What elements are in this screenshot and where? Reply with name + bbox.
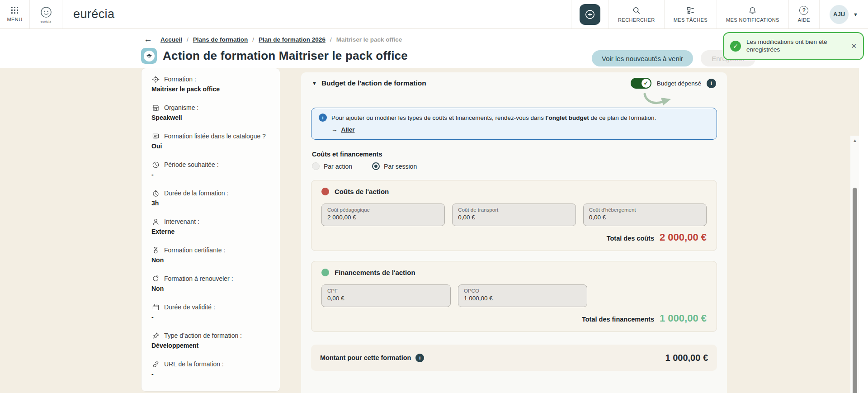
info-icon[interactable]: i xyxy=(415,354,424,362)
summary-label: Formation listée dans le catalogue ? xyxy=(164,133,266,140)
financing-card-title: Financements de l'action xyxy=(335,269,415,276)
budget-info-banner: i Pour ajouter ou modifier les types de … xyxy=(311,108,717,140)
menu-button[interactable]: MENU xyxy=(0,0,30,28)
tasks-label: MES TÂCHES xyxy=(674,17,708,23)
news-button[interactable]: Voir les nouveautés à venir xyxy=(592,50,693,66)
tasks-nav-button[interactable]: MES TÂCHES xyxy=(664,0,717,28)
summary-item-duree: Durée de la formation : 3h xyxy=(151,189,270,207)
summary-value: Non xyxy=(151,256,270,264)
help-question-icon: ? xyxy=(799,6,808,15)
amount-value: 1 000,00 € xyxy=(665,353,708,363)
budget-panel-header: ▼ Budget de l'action de formation ✓ Budg… xyxy=(301,72,727,94)
summary-value: Externe xyxy=(151,228,270,235)
costs-financing-title: Coûts et financements xyxy=(312,151,716,158)
formation-summary-card: Formation : Maitriser le pack office Org… xyxy=(141,68,280,392)
notifications-nav-button[interactable]: MES NOTIFICATIONS xyxy=(717,0,788,28)
quick-add-button[interactable] xyxy=(580,4,600,25)
help-nav-button[interactable]: ? AIDE xyxy=(788,0,819,28)
summary-value: 3h xyxy=(151,199,270,207)
info-filled-icon: i xyxy=(319,114,327,122)
back-arrow-icon[interactable]: ← xyxy=(144,34,152,44)
breadcrumb-plan-2026[interactable]: Plan de formation 2026 xyxy=(259,36,326,43)
curved-annotation-arrow-icon xyxy=(643,93,673,107)
scroll-up-icon[interactable]: ▲ xyxy=(850,138,859,143)
costs-card: Coûts de l'action Coût pédagogique 2 000… xyxy=(311,180,717,251)
scrollbar-thumb[interactable] xyxy=(853,188,857,393)
plus-circle-icon xyxy=(584,9,596,20)
cout-transport-field[interactable]: Coût de transport 0,00 € xyxy=(452,204,576,226)
summary-label: Période souhaitée : xyxy=(164,161,219,168)
aller-link[interactable]: Aller xyxy=(341,126,355,133)
radio-label: Par action xyxy=(324,163,352,170)
user-menu[interactable]: AJU ▼ xyxy=(819,0,868,28)
close-icon[interactable]: ✕ xyxy=(851,42,857,50)
radio-par-action[interactable]: Par action xyxy=(312,162,352,170)
budget-section-title: Budget de l'action de formation xyxy=(321,79,426,87)
cout-hebergement-field[interactable]: Coût d'hébergement 0,00 € xyxy=(583,204,707,226)
help-label: AIDE xyxy=(798,17,810,23)
calendar-icon xyxy=(151,303,160,311)
cout-pedagogique-field[interactable]: Coût pédagogique 2 000,00 € xyxy=(321,204,445,226)
menu-label: MENU xyxy=(7,17,23,22)
cpf-field[interactable]: CPF 0,00 € xyxy=(321,284,451,307)
formation-link[interactable]: Maitriser le pack office xyxy=(151,85,270,93)
info-icon[interactable]: i xyxy=(707,79,716,88)
summary-label: Type d’action de formation : xyxy=(164,332,242,339)
red-dot-icon xyxy=(321,188,329,195)
opco-field[interactable]: OPCO 1 000,00 € xyxy=(458,284,587,307)
summary-item-validite: Durée de validité : - xyxy=(151,303,270,321)
radio-par-session[interactable]: Par session xyxy=(372,162,417,170)
summary-label: Formation à renouveler : xyxy=(164,275,233,282)
breadcrumb-separator: / xyxy=(330,36,332,43)
search-nav-button[interactable]: RECHERCHER xyxy=(609,0,664,28)
budget-section-toggle[interactable]: ▼ Budget de l'action de formation xyxy=(312,79,426,87)
summary-item-intervenant: Intervenant : Externe xyxy=(151,218,270,235)
vertical-scrollbar[interactable]: ▲ ▼ xyxy=(850,136,859,393)
summary-value: Non xyxy=(151,285,270,292)
summary-value: - xyxy=(151,370,270,378)
eurecia-logo[interactable]: eurécia xyxy=(30,0,62,28)
clock-icon xyxy=(151,161,160,169)
toast-message: Les modifications ont bien été enregistr… xyxy=(746,38,845,54)
field-value: 0,00 € xyxy=(589,214,701,221)
budget-spent-toggle[interactable]: ✓ xyxy=(631,78,651,89)
tasks-checklist-icon xyxy=(686,6,695,15)
logo-caption: eurécia xyxy=(41,20,51,23)
chevron-down-icon: ▼ xyxy=(853,12,858,17)
breadcrumb-separator: / xyxy=(252,36,254,43)
search-icon xyxy=(632,6,641,15)
pin-icon xyxy=(151,331,160,340)
topnav-actions: RECHERCHER MES TÂCHES MES N xyxy=(571,0,868,28)
success-toast: ✓ Les modifications ont bien été enregis… xyxy=(723,32,864,60)
green-dot-icon xyxy=(321,269,329,276)
summary-label: Formation : xyxy=(164,76,196,83)
summary-value: Développement xyxy=(151,342,270,349)
medal-icon xyxy=(151,246,160,254)
collapse-caret-icon: ▼ xyxy=(312,80,317,86)
radio-on-icon xyxy=(372,162,380,170)
brand-wordmark: eurécia xyxy=(73,7,114,21)
breadcrumb-accueil[interactable]: Accueil xyxy=(160,36,182,43)
field-label: CPF xyxy=(327,288,445,294)
field-label: Coût d'hébergement xyxy=(589,207,701,213)
summary-label: Organisme : xyxy=(164,104,198,111)
avatar[interactable]: AJU xyxy=(830,5,849,24)
toggle-check-icon: ✓ xyxy=(642,79,651,88)
summary-value: Speakwell xyxy=(151,114,270,121)
summary-item-type-action: Type d’action de formation : Développeme… xyxy=(151,331,270,349)
title-row: Action de formation Maitriser le pack of… xyxy=(141,48,408,64)
field-label: Coût de transport xyxy=(458,207,570,213)
costs-total-label: Total des coûts xyxy=(607,235,654,242)
summary-value: - xyxy=(151,313,270,321)
summary-item-organisme: Organisme : Speakwell xyxy=(151,104,270,121)
summary-label: Durée de validité : xyxy=(164,303,215,311)
bell-icon xyxy=(748,6,757,15)
amount-summary-row: Montant pour cette formation i 1 000,00 … xyxy=(311,345,717,371)
breadcrumb: ← Accueil / Plans de formation / Plan de… xyxy=(144,34,402,44)
formation-badge xyxy=(141,48,157,64)
top-navigation: MENU eurécia eurécia xyxy=(0,0,868,29)
breadcrumb-plans-de-formation[interactable]: Plans de formation xyxy=(193,36,248,43)
field-label: Coût pédagogique xyxy=(327,207,439,213)
field-label: OPCO xyxy=(464,288,581,294)
quick-add-wrap xyxy=(571,0,609,28)
